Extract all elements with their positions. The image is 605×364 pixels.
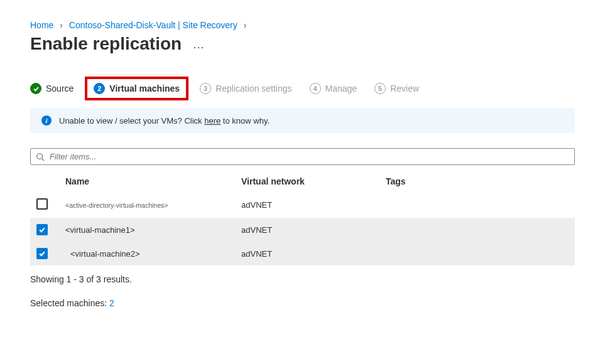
vm-network: adVNET bbox=[235, 218, 379, 242]
breadcrumb-vault[interactable]: Contoso-Shared-Disk-Vault | Site Recover… bbox=[69, 20, 237, 30]
step-virtual-machines[interactable]: 2 Virtual machines bbox=[91, 83, 182, 94]
breadcrumb: Home › Contoso-Shared-Disk-Vault | Site … bbox=[30, 20, 575, 30]
step-label: Manage bbox=[325, 83, 357, 94]
page-title: Enable replication bbox=[30, 34, 182, 54]
selected-count: 2 bbox=[109, 298, 114, 308]
col-network[interactable]: Virtual network bbox=[235, 171, 379, 192]
info-here-link[interactable]: here bbox=[204, 116, 221, 126]
info-suffix: to know why. bbox=[221, 116, 270, 126]
step-number-icon: 3 bbox=[200, 83, 211, 94]
breadcrumb-home[interactable]: Home bbox=[30, 20, 53, 30]
vm-network: adVNET bbox=[235, 242, 379, 265]
info-prefix: Unable to view / select your VMs? Click bbox=[59, 116, 204, 126]
step-source[interactable]: Source bbox=[30, 83, 74, 94]
col-tags[interactable]: Tags bbox=[379, 171, 575, 192]
step-number-icon: 5 bbox=[374, 83, 386, 94]
more-icon[interactable]: ⋯ bbox=[193, 41, 204, 53]
info-text: Unable to view / select your VMs? Click … bbox=[59, 116, 270, 126]
checkbox[interactable] bbox=[36, 248, 48, 259]
step-label: Replication settings bbox=[215, 83, 292, 94]
filter-input-wrap[interactable] bbox=[30, 148, 575, 165]
selected-label: Selected machines: bbox=[30, 298, 109, 308]
table-row[interactable]: <virtual-machine2> adVNET bbox=[30, 242, 575, 265]
results-count: Showing 1 - 3 of 3 results. bbox=[30, 274, 575, 284]
step-number-icon: 2 bbox=[94, 83, 105, 94]
filter-input[interactable] bbox=[48, 151, 569, 162]
vm-table: Name Virtual network Tags <active-direct… bbox=[30, 171, 575, 265]
vm-network: adVNET bbox=[235, 192, 379, 218]
chevron-right-icon: › bbox=[60, 20, 63, 30]
step-manage[interactable]: 4 Manage bbox=[310, 83, 357, 94]
step-label: Source bbox=[46, 83, 74, 94]
chevron-right-icon: › bbox=[244, 20, 247, 30]
col-name[interactable]: Name bbox=[59, 171, 235, 192]
check-icon bbox=[30, 83, 41, 94]
vm-name: <active-directory-virtual-machines> bbox=[65, 201, 168, 209]
checkbox[interactable] bbox=[36, 224, 48, 235]
selected-machines: Selected machines: 2 bbox=[30, 298, 575, 308]
wizard-steps: Source 2 Virtual machines 3 Replication … bbox=[30, 83, 575, 94]
info-icon: i bbox=[41, 115, 52, 126]
vm-name: <virtual-machine2> bbox=[65, 249, 140, 259]
step-label: Virtual machines bbox=[109, 83, 180, 94]
svg-line-1 bbox=[42, 158, 45, 161]
svg-point-0 bbox=[37, 154, 43, 159]
step-review[interactable]: 5 Review bbox=[374, 83, 419, 94]
step-label: Review bbox=[390, 83, 419, 94]
step-replication-settings[interactable]: 3 Replication settings bbox=[200, 83, 292, 94]
info-bar: i Unable to view / select your VMs? Clic… bbox=[30, 108, 575, 133]
step-number-icon: 4 bbox=[310, 83, 321, 94]
search-icon bbox=[36, 153, 45, 161]
vm-name: <virtual-machine1> bbox=[65, 225, 135, 235]
table-row[interactable]: <virtual-machine1> adVNET bbox=[30, 218, 575, 242]
table-row[interactable]: <active-directory-virtual-machines> adVN… bbox=[30, 192, 575, 218]
checkbox[interactable] bbox=[36, 198, 48, 210]
